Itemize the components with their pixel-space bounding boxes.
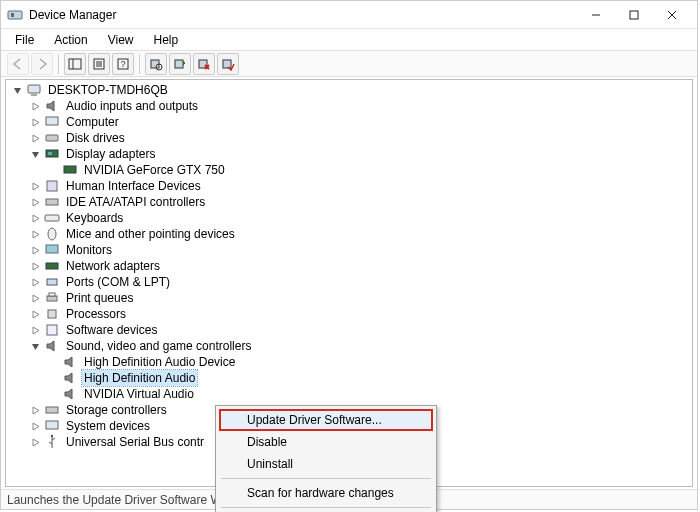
svg-rect-40 bbox=[46, 421, 58, 429]
svg-rect-23 bbox=[46, 117, 58, 125]
nav-forward-button[interactable] bbox=[31, 53, 53, 75]
app-icon bbox=[7, 7, 23, 23]
chevron-right-icon[interactable] bbox=[28, 275, 42, 289]
close-button[interactable] bbox=[653, 1, 691, 29]
ide-icon bbox=[44, 194, 60, 210]
tree-item-nvidia-audio[interactable]: NVIDIA Virtual Audio bbox=[10, 386, 688, 402]
keyboard-icon bbox=[44, 210, 60, 226]
printer-icon bbox=[44, 290, 60, 306]
speaker-icon bbox=[62, 370, 78, 386]
chevron-right-icon[interactable] bbox=[28, 211, 42, 225]
context-menu: Update Driver Software... Disable Uninst… bbox=[215, 405, 437, 512]
tree-item-monitors[interactable]: Monitors bbox=[10, 242, 688, 258]
chevron-right-icon[interactable] bbox=[28, 115, 42, 129]
svg-rect-21 bbox=[28, 85, 40, 93]
chevron-right-icon[interactable] bbox=[28, 99, 42, 113]
tree-item-disk[interactable]: Disk drives bbox=[10, 130, 688, 146]
tree-item-hid[interactable]: Human Interface Devices bbox=[10, 178, 688, 194]
update-driver-button[interactable] bbox=[169, 53, 191, 75]
tree-item-sound[interactable]: Sound, video and game controllers bbox=[10, 338, 688, 354]
software-icon bbox=[44, 322, 60, 338]
help-button[interactable]: ? bbox=[112, 53, 134, 75]
context-separator bbox=[221, 507, 431, 508]
speaker-icon bbox=[44, 338, 60, 354]
chevron-right-icon[interactable] bbox=[28, 307, 42, 321]
chevron-right-icon[interactable] bbox=[28, 419, 42, 433]
tree-item-network[interactable]: Network adapters bbox=[10, 258, 688, 274]
minimize-button[interactable] bbox=[577, 1, 615, 29]
tree-label: Disk drives bbox=[64, 130, 127, 146]
tree-item-keyboards[interactable]: Keyboards bbox=[10, 210, 688, 226]
disable-button[interactable] bbox=[217, 53, 239, 75]
chevron-right-icon[interactable] bbox=[28, 435, 42, 449]
svg-rect-37 bbox=[48, 310, 56, 318]
chevron-down-icon[interactable] bbox=[10, 83, 24, 97]
toolbar-separator bbox=[139, 54, 140, 74]
svg-point-41 bbox=[51, 435, 53, 437]
svg-rect-35 bbox=[47, 296, 57, 301]
maximize-button[interactable] bbox=[615, 1, 653, 29]
svg-text:?: ? bbox=[120, 59, 125, 69]
tree-item-ide[interactable]: IDE ATA/ATAPI controllers bbox=[10, 194, 688, 210]
uninstall-button[interactable] bbox=[193, 53, 215, 75]
scan-hardware-button[interactable] bbox=[145, 53, 167, 75]
chevron-right-icon[interactable] bbox=[28, 259, 42, 273]
tree-item-printqueues[interactable]: Print queues bbox=[10, 290, 688, 306]
menu-view[interactable]: View bbox=[100, 31, 142, 49]
nav-back-button[interactable] bbox=[7, 53, 29, 75]
port-icon bbox=[44, 274, 60, 290]
chevron-down-icon[interactable] bbox=[28, 339, 42, 353]
tree-label: System devices bbox=[64, 418, 152, 434]
tree-item-audio-io[interactable]: Audio inputs and outputs bbox=[10, 98, 688, 114]
chevron-right-icon[interactable] bbox=[28, 195, 42, 209]
svg-rect-33 bbox=[46, 263, 58, 269]
tree-item-computer[interactable]: Computer bbox=[10, 114, 688, 130]
svg-rect-0 bbox=[8, 11, 22, 19]
chevron-right-icon[interactable] bbox=[28, 179, 42, 193]
svg-rect-26 bbox=[48, 152, 52, 155]
context-scan[interactable]: Scan for hardware changes bbox=[219, 482, 433, 504]
menu-file[interactable]: File bbox=[7, 31, 42, 49]
tree-label: Computer bbox=[64, 114, 121, 130]
properties-button[interactable] bbox=[88, 53, 110, 75]
context-uninstall[interactable]: Uninstall bbox=[219, 453, 433, 475]
svg-rect-1 bbox=[11, 13, 14, 17]
network-icon bbox=[44, 258, 60, 274]
speaker-icon bbox=[62, 354, 78, 370]
tree-label: Print queues bbox=[64, 290, 135, 306]
tree-item-processors[interactable]: Processors bbox=[10, 306, 688, 322]
svg-rect-16 bbox=[175, 60, 183, 68]
menu-action[interactable]: Action bbox=[46, 31, 95, 49]
context-disable[interactable]: Disable bbox=[219, 431, 433, 453]
tree-root[interactable]: DESKTOP-TMDH6QB bbox=[10, 82, 688, 98]
tree-item-hda-1[interactable]: High Definition Audio Device bbox=[10, 354, 688, 370]
tree-label: Mice and other pointing devices bbox=[64, 226, 237, 242]
chevron-right-icon[interactable] bbox=[28, 243, 42, 257]
svg-rect-27 bbox=[64, 166, 76, 173]
svg-rect-29 bbox=[46, 199, 58, 205]
svg-rect-34 bbox=[47, 279, 57, 285]
menubar: File Action View Help bbox=[1, 29, 697, 51]
chevron-down-icon[interactable] bbox=[28, 147, 42, 161]
tree-label: Universal Serial Bus contr bbox=[64, 434, 206, 450]
svg-rect-32 bbox=[46, 245, 58, 253]
svg-point-31 bbox=[48, 228, 56, 240]
chevron-right-icon[interactable] bbox=[28, 291, 42, 305]
tree-item-mice[interactable]: Mice and other pointing devices bbox=[10, 226, 688, 242]
tree-item-software-devices[interactable]: Software devices bbox=[10, 322, 688, 338]
chevron-right-icon[interactable] bbox=[28, 227, 42, 241]
show-hide-tree-button[interactable] bbox=[64, 53, 86, 75]
tree-item-hda-2-selected[interactable]: High Definition Audio bbox=[10, 370, 688, 386]
chevron-right-icon[interactable] bbox=[28, 403, 42, 417]
chevron-right-icon[interactable] bbox=[28, 323, 42, 337]
tree-item-gtx750[interactable]: NVIDIA GeForce GTX 750 bbox=[10, 162, 688, 178]
speaker-icon bbox=[62, 386, 78, 402]
chevron-right-icon[interactable] bbox=[28, 131, 42, 145]
tree-item-display[interactable]: Display adapters bbox=[10, 146, 688, 162]
disk-icon bbox=[44, 130, 60, 146]
titlebar: Device Manager bbox=[1, 1, 697, 29]
usb-icon bbox=[44, 434, 60, 450]
tree-item-ports[interactable]: Ports (COM & LPT) bbox=[10, 274, 688, 290]
context-update-driver[interactable]: Update Driver Software... bbox=[219, 409, 433, 431]
menu-help[interactable]: Help bbox=[146, 31, 187, 49]
